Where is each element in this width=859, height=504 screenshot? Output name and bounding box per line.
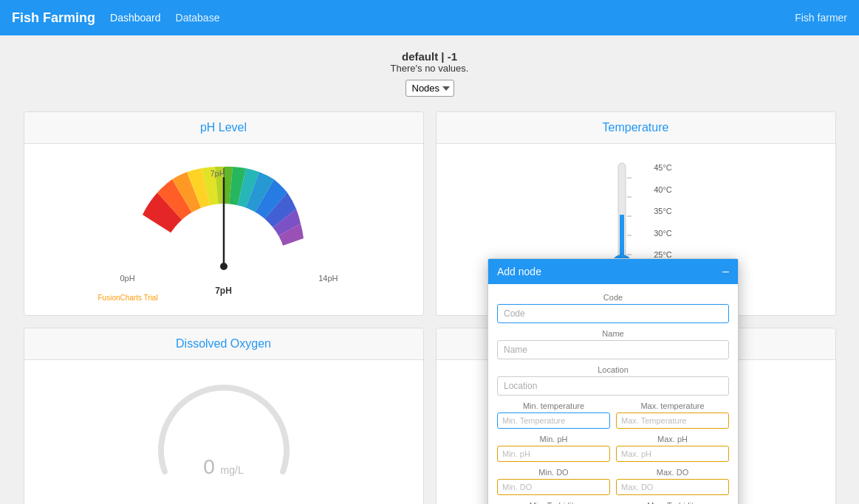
page-title: default | -1	[15, 50, 844, 63]
ph-label-14: 14pH	[318, 274, 338, 283]
temp-40: 40°C	[654, 185, 672, 194]
do-row: Min. DO Max. DO	[497, 468, 729, 495]
no-values-text: There's no values.	[15, 63, 844, 74]
turbidity-row: Min. Turbidity Max. Turbidity	[497, 501, 729, 504]
do-card-header: Dissolved Oxygen	[24, 328, 423, 360]
modal-header: Add node –	[488, 259, 738, 284]
temperature-card-title: Temperature	[603, 121, 669, 134]
min-ph-input[interactable]	[497, 446, 610, 462]
min-ph-col: Min. pH	[497, 435, 610, 462]
ph-label-7top: 7pH	[211, 169, 225, 178]
location-label: Location	[497, 365, 729, 374]
temp-row: Min. temperature Max. temperature	[497, 401, 729, 429]
max-do-col: Max. DO	[616, 468, 729, 495]
add-node-modal: Add node – Code Name Location Min. tempe…	[487, 258, 739, 504]
min-turb-label: Min. Turbidity	[497, 501, 610, 504]
fusioncharts-trial: FusionCharts Trial	[98, 294, 158, 302]
min-temp-label: Min. temperature	[497, 401, 610, 410]
max-ph-col: Max. pH	[616, 435, 729, 462]
do-card-title: Dissolved Oxygen	[176, 337, 271, 350]
ph-card-body: 0pH 7pH 14pH 7pH FusionCharts Trial	[24, 144, 423, 315]
ph-gauge-container: 0pH 7pH 14pH 7pH FusionCharts Trial	[98, 156, 349, 303]
ph-card: pH Level	[24, 111, 424, 316]
do-gauge-container: 0 mg/L	[150, 372, 298, 504]
code-label: Code	[497, 293, 729, 302]
min-do-label: Min. DO	[497, 468, 610, 477]
code-input[interactable]	[497, 304, 729, 323]
nodes-select[interactable]: Nodes	[405, 80, 454, 97]
do-value: 0 mg/L	[203, 455, 243, 479]
min-ph-label: Min. pH	[497, 435, 610, 443]
modal-title: Add node	[497, 266, 541, 277]
min-turb-col: Min. Turbidity	[497, 501, 610, 504]
do-unit: mg/L	[221, 464, 244, 476]
top-section: default | -1 There's no values. Nodes	[15, 50, 844, 97]
do-card-body: 0 mg/L	[24, 360, 423, 504]
min-temp-input[interactable]	[497, 412, 610, 429]
temperature-card-header: Temperature	[437, 112, 835, 144]
max-do-label: Max. DO	[616, 468, 729, 477]
max-temp-label: Max. temperature	[616, 401, 729, 410]
temp-30: 30°C	[654, 229, 672, 238]
nav-link-database[interactable]: Database	[176, 12, 220, 24]
min-do-input[interactable]	[497, 479, 610, 495]
ph-label-0: 0pH	[120, 274, 135, 283]
svg-rect-7	[620, 215, 624, 259]
ph-card-title: pH Level	[200, 121, 247, 134]
navbar: Fish Farming Dashboard Database Fish far…	[0, 0, 859, 35]
max-turb-label: Max. Turbidity	[616, 501, 729, 504]
max-ph-label: Max. pH	[616, 435, 729, 443]
nav-link-dashboard[interactable]: Dashboard	[110, 12, 161, 24]
max-do-input[interactable]	[616, 479, 729, 495]
modal-close-button[interactable]: –	[722, 265, 729, 278]
name-label: Name	[497, 329, 729, 338]
do-gauge: 0 mg/L	[150, 383, 298, 494]
ph-label-center: 7pH	[215, 286, 232, 296]
ph-card-header: pH Level	[24, 112, 423, 144]
modal-body: Code Name Location Min. temperature Max.…	[488, 284, 738, 504]
svg-point-4	[220, 263, 227, 270]
max-ph-input[interactable]	[616, 446, 729, 462]
temp-45: 45°C	[654, 163, 672, 172]
min-do-col: Min. DO	[497, 468, 610, 495]
location-input[interactable]	[497, 376, 729, 396]
navbar-left: Fish Farming Dashboard Database	[12, 10, 219, 26]
ph-row: Min. pH Max. pH	[497, 435, 729, 462]
max-temp-input[interactable]	[616, 412, 729, 429]
max-turb-col: Max. Turbidity	[616, 501, 729, 504]
temp-35: 35°C	[654, 207, 672, 215]
navbar-brand: Fish Farming	[12, 10, 95, 26]
max-temp-col: Max. temperature	[616, 401, 729, 429]
name-input[interactable]	[497, 340, 729, 359]
navbar-user[interactable]: Fish farmer	[795, 12, 847, 24]
min-temp-col: Min. temperature	[497, 401, 610, 429]
do-card: Dissolved Oxygen 0 mg/L	[24, 328, 424, 504]
